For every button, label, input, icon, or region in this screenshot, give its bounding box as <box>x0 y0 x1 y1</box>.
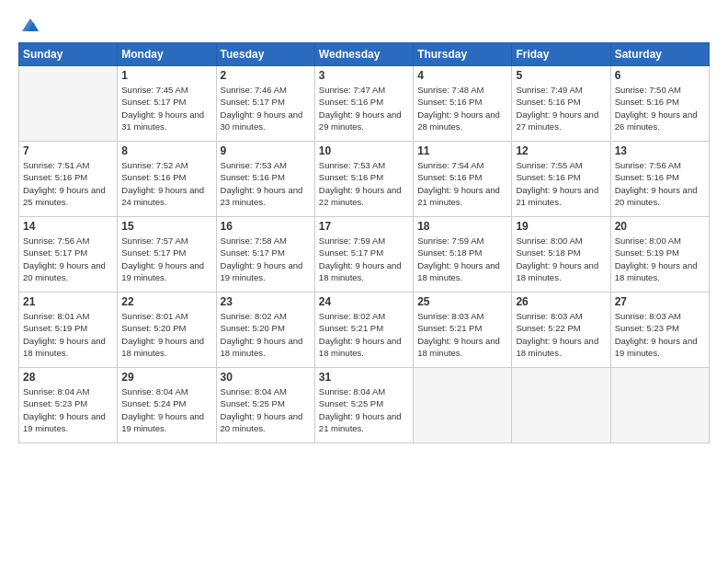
calendar-day-cell: 16Sunrise: 7:58 AMSunset: 5:17 PMDayligh… <box>216 217 314 293</box>
day-number: 17 <box>319 220 409 233</box>
sunrise-text: Sunrise: 7:47 AM <box>319 84 409 96</box>
calendar-day-cell: 12Sunrise: 7:55 AMSunset: 5:16 PMDayligh… <box>512 142 610 217</box>
sunset-text: Sunset: 5:17 PM <box>221 96 311 108</box>
daylight-text: Daylight: 9 hours and 21 minutes. <box>319 410 409 435</box>
calendar-day-cell: 28Sunrise: 8:04 AMSunset: 5:23 PMDayligh… <box>19 368 118 443</box>
day-number: 24 <box>319 295 409 308</box>
day-info: Sunrise: 8:01 AMSunset: 5:19 PMDaylight:… <box>23 310 113 359</box>
calendar-day-cell: 18Sunrise: 7:59 AMSunset: 5:18 PMDayligh… <box>414 217 512 293</box>
day-number: 10 <box>319 144 409 157</box>
day-info: Sunrise: 8:00 AMSunset: 5:18 PMDaylight:… <box>516 235 606 283</box>
sunrise-text: Sunrise: 8:03 AM <box>615 310 705 322</box>
day-info: Sunrise: 7:58 AMSunset: 5:17 PMDaylight:… <box>221 235 311 283</box>
day-info: Sunrise: 7:54 AMSunset: 5:16 PMDaylight:… <box>417 159 507 208</box>
daylight-text: Daylight: 9 hours and 20 minutes. <box>221 410 311 435</box>
day-number: 30 <box>221 371 311 384</box>
day-info: Sunrise: 7:53 AMSunset: 5:16 PMDaylight:… <box>319 159 409 208</box>
page: SundayMondayTuesdayWednesdayThursdayFrid… <box>0 0 728 563</box>
day-number: 26 <box>516 295 606 308</box>
sunrise-text: Sunrise: 7:45 AM <box>121 84 211 96</box>
calendar-day-cell: 17Sunrise: 7:59 AMSunset: 5:17 PMDayligh… <box>314 217 413 293</box>
daylight-text: Daylight: 9 hours and 20 minutes. <box>615 184 705 209</box>
calendar-day-cell: 27Sunrise: 8:03 AMSunset: 5:23 PMDayligh… <box>610 293 709 368</box>
calendar-header-row: SundayMondayTuesdayWednesdayThursdayFrid… <box>19 43 710 66</box>
day-number: 11 <box>417 144 507 157</box>
daylight-text: Daylight: 9 hours and 19 minutes. <box>23 410 113 435</box>
daylight-text: Daylight: 9 hours and 30 minutes. <box>221 109 311 133</box>
logo <box>18 15 40 35</box>
sunrise-text: Sunrise: 8:04 AM <box>221 385 311 397</box>
sunset-text: Sunset: 5:16 PM <box>319 171 409 183</box>
day-number: 28 <box>23 371 113 384</box>
weekday-header: Wednesday <box>314 43 413 66</box>
sunrise-text: Sunrise: 8:02 AM <box>319 310 409 322</box>
sunrise-text: Sunrise: 7:55 AM <box>516 159 606 171</box>
day-info: Sunrise: 7:46 AMSunset: 5:17 PMDaylight:… <box>221 84 311 132</box>
calendar-day-cell <box>19 66 118 142</box>
day-number: 25 <box>417 295 507 308</box>
sunset-text: Sunset: 5:16 PM <box>121 171 211 183</box>
sunset-text: Sunset: 5:25 PM <box>319 397 409 409</box>
calendar-day-cell: 20Sunrise: 8:00 AMSunset: 5:19 PMDayligh… <box>610 217 709 293</box>
day-info: Sunrise: 7:55 AMSunset: 5:16 PMDaylight:… <box>516 159 606 208</box>
calendar-day-cell: 8Sunrise: 7:52 AMSunset: 5:16 PMDaylight… <box>118 142 216 217</box>
sunrise-text: Sunrise: 8:04 AM <box>23 385 113 397</box>
calendar-day-cell: 9Sunrise: 7:53 AMSunset: 5:16 PMDaylight… <box>216 142 314 217</box>
sunrise-text: Sunrise: 8:01 AM <box>121 310 211 322</box>
daylight-text: Daylight: 9 hours and 18 minutes. <box>319 259 409 284</box>
daylight-text: Daylight: 9 hours and 18 minutes. <box>319 335 409 360</box>
weekday-header: Monday <box>118 43 216 66</box>
daylight-text: Daylight: 9 hours and 28 minutes. <box>417 109 507 133</box>
day-info: Sunrise: 8:02 AMSunset: 5:20 PMDaylight:… <box>221 310 311 359</box>
day-number: 16 <box>221 220 311 233</box>
calendar-day-cell: 4Sunrise: 7:48 AMSunset: 5:16 PMDaylight… <box>414 66 512 142</box>
calendar-week-row: 28Sunrise: 8:04 AMSunset: 5:23 PMDayligh… <box>19 368 710 443</box>
day-number: 6 <box>615 69 705 82</box>
calendar-day-cell: 29Sunrise: 8:04 AMSunset: 5:24 PMDayligh… <box>118 368 216 443</box>
sunrise-text: Sunrise: 8:03 AM <box>417 310 507 322</box>
day-info: Sunrise: 7:50 AMSunset: 5:16 PMDaylight:… <box>615 84 705 132</box>
sunrise-text: Sunrise: 8:01 AM <box>23 310 113 322</box>
sunrise-text: Sunrise: 7:57 AM <box>121 235 211 247</box>
sunset-text: Sunset: 5:25 PM <box>221 397 311 409</box>
daylight-text: Daylight: 9 hours and 18 minutes. <box>516 335 606 360</box>
calendar-day-cell <box>414 368 512 443</box>
sunrise-text: Sunrise: 7:48 AM <box>417 84 507 96</box>
daylight-text: Daylight: 9 hours and 20 minutes. <box>23 259 113 284</box>
day-number: 8 <box>121 144 211 157</box>
calendar-week-row: 21Sunrise: 8:01 AMSunset: 5:19 PMDayligh… <box>19 293 710 368</box>
sunset-text: Sunset: 5:17 PM <box>23 247 113 259</box>
sunrise-text: Sunrise: 8:00 AM <box>615 235 705 247</box>
day-info: Sunrise: 7:57 AMSunset: 5:17 PMDaylight:… <box>121 235 211 283</box>
daylight-text: Daylight: 9 hours and 31 minutes. <box>121 109 211 133</box>
sunset-text: Sunset: 5:18 PM <box>417 247 507 259</box>
calendar-day-cell: 26Sunrise: 8:03 AMSunset: 5:22 PMDayligh… <box>512 293 610 368</box>
sunrise-text: Sunrise: 7:50 AM <box>615 84 705 96</box>
sunset-text: Sunset: 5:16 PM <box>417 171 507 183</box>
sunrise-text: Sunrise: 8:02 AM <box>221 310 311 322</box>
day-number: 13 <box>615 144 705 157</box>
day-info: Sunrise: 7:48 AMSunset: 5:16 PMDaylight:… <box>417 84 507 132</box>
sunset-text: Sunset: 5:18 PM <box>516 247 606 259</box>
calendar-day-cell: 23Sunrise: 8:02 AMSunset: 5:20 PMDayligh… <box>216 293 314 368</box>
calendar-body: 1Sunrise: 7:45 AMSunset: 5:17 PMDaylight… <box>19 66 710 443</box>
day-number: 2 <box>221 69 311 82</box>
calendar-day-cell: 11Sunrise: 7:54 AMSunset: 5:16 PMDayligh… <box>414 142 512 217</box>
calendar-day-cell: 30Sunrise: 8:04 AMSunset: 5:25 PMDayligh… <box>216 368 314 443</box>
daylight-text: Daylight: 9 hours and 19 minutes. <box>221 259 311 284</box>
daylight-text: Daylight: 9 hours and 18 minutes. <box>417 335 507 360</box>
calendar-day-cell: 5Sunrise: 7:49 AMSunset: 5:16 PMDaylight… <box>512 66 610 142</box>
sunset-text: Sunset: 5:17 PM <box>121 247 211 259</box>
day-info: Sunrise: 8:03 AMSunset: 5:23 PMDaylight:… <box>615 310 705 359</box>
calendar-day-cell: 3Sunrise: 7:47 AMSunset: 5:16 PMDaylight… <box>314 66 413 142</box>
daylight-text: Daylight: 9 hours and 21 minutes. <box>516 184 606 209</box>
day-info: Sunrise: 8:04 AMSunset: 5:24 PMDaylight:… <box>121 385 211 434</box>
day-number: 23 <box>221 295 311 308</box>
day-number: 5 <box>516 69 606 82</box>
sunrise-text: Sunrise: 7:59 AM <box>417 235 507 247</box>
sunset-text: Sunset: 5:23 PM <box>23 397 113 409</box>
day-number: 3 <box>319 69 409 82</box>
daylight-text: Daylight: 9 hours and 18 minutes. <box>121 335 211 360</box>
daylight-text: Daylight: 9 hours and 27 minutes. <box>516 109 606 133</box>
day-number: 4 <box>417 69 507 82</box>
